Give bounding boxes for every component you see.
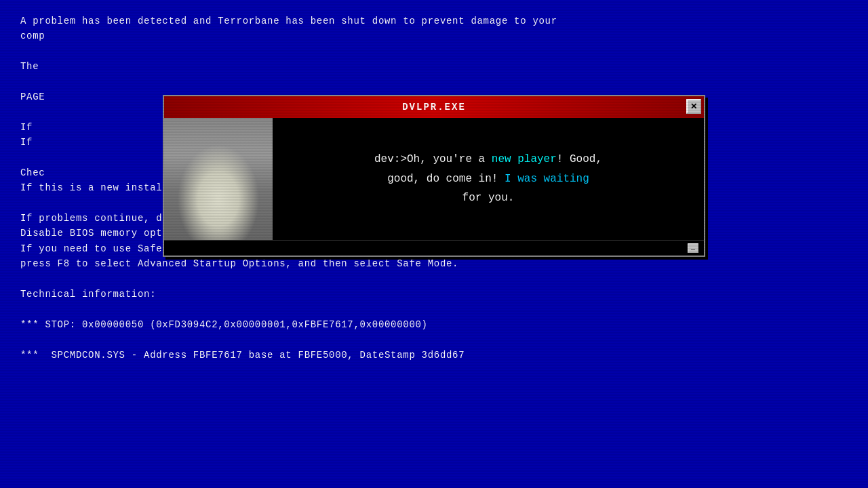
- dialog-character-image: [164, 118, 273, 240]
- bsod-line-16: press F8 to select Advanced Startup Opti…: [20, 256, 848, 271]
- bsod-technical-info: Technical information:: [20, 287, 848, 302]
- bsod-sysfile: *** SPCMDCON.SYS - Address FBFE7617 base…: [20, 348, 848, 363]
- dialog-message: dev:>Oh, you're a new player! Good, good…: [293, 150, 684, 208]
- close-button[interactable]: ✕: [686, 99, 701, 114]
- dialog-footer: _: [164, 240, 704, 256]
- dvlpr-dialog: DVLPR.EXE ✕ dev:>Oh, you're a new player…: [163, 95, 705, 257]
- bsod-line-4: The: [20, 59, 848, 74]
- dialog-body: dev:>Oh, you're a new player! Good, good…: [164, 118, 704, 240]
- message-suffix1: ! Good,: [557, 153, 602, 165]
- dialog-title: DVLPR.EXE: [402, 102, 466, 113]
- bsod-line-1: A problem has been detected and Terrorba…: [20, 14, 848, 28]
- bsod-line-2: comp: [20, 28, 848, 43]
- dialog-content: dev:>Oh, you're a new player! Good, good…: [273, 118, 704, 240]
- character-figure: [164, 118, 273, 240]
- message-part4: for you.: [462, 192, 515, 204]
- message-highlight-waiting: I was waiting: [505, 173, 589, 185]
- dialog-titlebar: DVLPR.EXE ✕: [164, 96, 704, 118]
- message-part3: good, do come in!: [387, 173, 505, 185]
- minimize-button[interactable]: _: [688, 243, 698, 253]
- bsod-stop-code: *** STOP: 0x00000050 (0xFD3094C2,0x00000…: [20, 317, 848, 332]
- message-highlight-new-player: new player: [492, 153, 557, 165]
- message-prefix: dev:>Oh, you're a: [374, 153, 492, 165]
